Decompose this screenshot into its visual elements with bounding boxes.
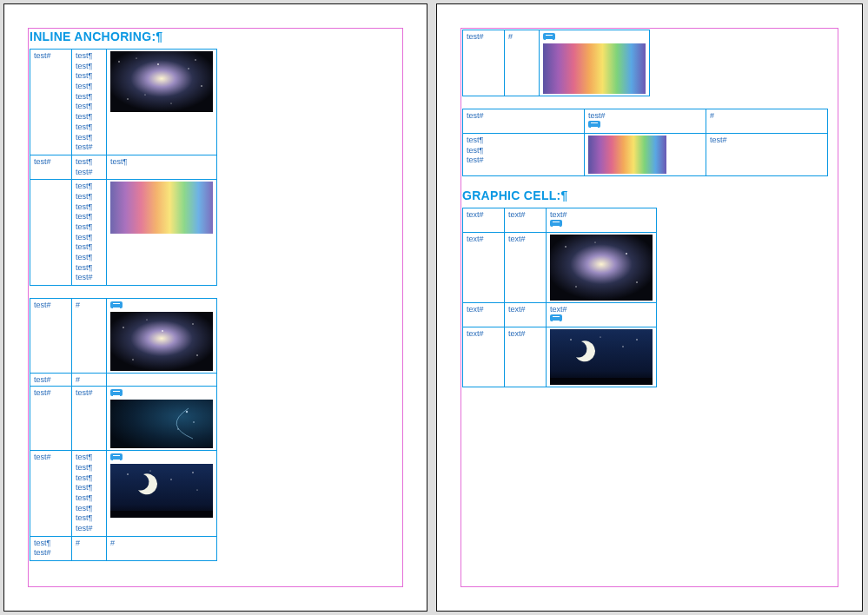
cell-image xyxy=(547,327,657,387)
heading-inline-anchoring: INLINE ANCHORING:¶ xyxy=(30,30,401,43)
svg-point-26 xyxy=(149,471,150,472)
anchor-icon xyxy=(588,121,600,128)
svg-rect-23 xyxy=(110,464,213,518)
cell: test¶ test¶ test¶ test¶ test¶ test¶ test… xyxy=(72,451,107,537)
heading-graphic-cell: GRAPHIC CELL:¶ xyxy=(462,188,837,202)
cell-image xyxy=(540,30,650,96)
table-mid: test# test# # test¶ test¶ test# xyxy=(462,109,828,176)
indesign-spread: INLINE ANCHORING:¶ test# test¶ test¶ tes… xyxy=(0,0,868,615)
anchor-icon xyxy=(110,453,123,460)
cell: # xyxy=(706,109,828,134)
svg-point-35 xyxy=(626,253,627,255)
crescent-moon-night-image xyxy=(110,464,213,518)
crescent-moon-night-image xyxy=(550,329,653,385)
svg-rect-24 xyxy=(110,511,213,518)
cell: test# xyxy=(30,299,72,374)
svg-point-17 xyxy=(196,354,198,356)
svg-point-8 xyxy=(144,94,145,95)
cell-image xyxy=(107,50,217,155)
anchor-icon xyxy=(110,389,123,396)
cell: # xyxy=(72,536,107,560)
dark-swirl-image xyxy=(110,400,213,448)
galaxy-image xyxy=(110,312,213,371)
svg-point-40 xyxy=(570,339,572,341)
cell-image xyxy=(107,387,217,451)
svg-point-18 xyxy=(132,359,133,360)
svg-point-42 xyxy=(622,346,623,347)
svg-rect-11 xyxy=(110,182,213,234)
svg-rect-39 xyxy=(550,378,653,385)
galaxy-image xyxy=(550,235,653,301)
page-left: INLINE ANCHORING:¶ test# test¶ test¶ tes… xyxy=(3,3,427,612)
cell: test# xyxy=(463,30,505,96)
cell xyxy=(30,180,72,286)
rainbow-gradient-image xyxy=(543,43,646,94)
anchor-icon xyxy=(543,33,555,40)
svg-point-22 xyxy=(177,428,178,429)
svg-point-28 xyxy=(192,472,194,473)
svg-point-13 xyxy=(123,327,124,328)
cell: # xyxy=(107,536,217,560)
table-graphic-cell: text# text# text# text# text# xyxy=(462,208,657,387)
svg-point-5 xyxy=(201,85,202,87)
svg-point-36 xyxy=(575,286,576,287)
page-right: test# # test# test# xyxy=(436,3,863,612)
cell: test¶ test¶ test# xyxy=(463,134,585,176)
svg-point-43 xyxy=(636,339,638,341)
cell: text# xyxy=(505,208,547,233)
cell: test# xyxy=(72,387,107,451)
svg-point-15 xyxy=(162,330,163,332)
cell: test¶ test# xyxy=(72,155,107,179)
svg-point-9 xyxy=(195,59,195,60)
cell: # xyxy=(72,299,107,374)
svg-point-41 xyxy=(600,336,600,337)
rainbow-gradient-image xyxy=(110,182,213,234)
svg-point-29 xyxy=(196,490,197,491)
svg-rect-30 xyxy=(543,43,646,94)
cell-image xyxy=(107,180,217,286)
table-continuation-top: test# # xyxy=(462,30,650,96)
anchor-icon xyxy=(550,220,562,227)
cell: test# xyxy=(463,109,585,134)
cell: test¶ test¶ test¶ test¶ test¶ test¶ test… xyxy=(72,50,107,155)
cell: text# xyxy=(505,233,547,303)
cell-image xyxy=(547,233,657,303)
cell: test¶ xyxy=(107,155,217,179)
cell: text# xyxy=(463,233,505,303)
anchor-icon xyxy=(110,301,123,308)
svg-rect-31 xyxy=(588,136,666,174)
cell: text# xyxy=(505,327,547,387)
cell: test¶ test¶ test¶ test¶ test¶ test¶ test… xyxy=(72,180,107,286)
svg-point-7 xyxy=(170,102,171,103)
svg-rect-32 xyxy=(550,235,653,301)
cell: test# xyxy=(30,155,72,179)
svg-point-25 xyxy=(127,473,129,475)
cell: text# xyxy=(547,208,657,233)
cell xyxy=(107,374,217,387)
cell-image xyxy=(585,134,706,176)
table-inline-anchoring-1: test# test¶ test¶ test¶ test¶ test¶ test… xyxy=(30,49,217,286)
cell: test# xyxy=(30,374,72,387)
svg-point-14 xyxy=(146,320,147,321)
cell-image xyxy=(107,299,217,374)
cell: test# xyxy=(30,387,72,451)
cell: text# xyxy=(505,303,547,327)
svg-rect-38 xyxy=(550,329,653,385)
svg-rect-0 xyxy=(110,51,213,112)
svg-point-2 xyxy=(136,57,136,58)
cell: # xyxy=(505,30,540,96)
anchor-icon xyxy=(550,314,562,321)
svg-point-6 xyxy=(127,98,128,99)
cell: test¶ test# xyxy=(30,536,72,560)
svg-point-21 xyxy=(193,421,195,423)
cell: text# xyxy=(547,303,657,327)
cell: # xyxy=(72,374,107,387)
svg-rect-19 xyxy=(110,400,213,448)
galaxy-image xyxy=(110,51,213,112)
svg-point-33 xyxy=(565,246,567,248)
svg-point-16 xyxy=(192,323,193,324)
cell: test# xyxy=(706,134,828,176)
cell: text# xyxy=(463,303,505,327)
svg-point-37 xyxy=(636,281,638,283)
cell: test# xyxy=(30,50,72,155)
